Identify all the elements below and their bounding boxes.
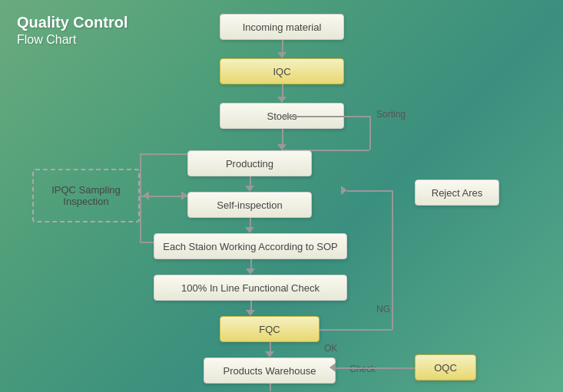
box-oqc: OQC [415, 354, 476, 380]
box-fqc: FQC [220, 316, 320, 342]
label-sorting: Sorting [376, 109, 406, 120]
arrowhead-prod-self [245, 186, 254, 192]
title-block: Quality Control Flow Chart [17, 14, 128, 47]
box-products-warehouse: Products Warehouse [204, 357, 336, 384]
ipqc-h-top [140, 153, 187, 155]
arrowhead-check [330, 363, 336, 372]
box-iqc: IQC [220, 58, 344, 84]
box-sop: Each Staion Working According to SOP [154, 233, 347, 259]
ng-h-top [347, 190, 392, 192]
box-ipqc: IPQC Sampling Inspection [32, 169, 140, 222]
box-functional-check: 100% In Line Functional Check [154, 275, 347, 301]
arrowhead-ipqc-feedback [143, 191, 149, 200]
ng-v-line [392, 190, 393, 329]
title-main: Quality Control [17, 14, 128, 31]
arrowhead-ipqc [181, 191, 187, 200]
arrowhead-sop-func [246, 268, 255, 275]
arrowhead-incoming-iqc [277, 52, 286, 58]
arrowhead-self-sop [245, 227, 254, 233]
ipqc-v-left [140, 153, 141, 242]
arrowhead-ng [341, 186, 347, 195]
box-self-inspection: Self-inspection [187, 192, 312, 218]
box-producting: Producting [187, 150, 312, 176]
arrowhead-func-fqc [246, 310, 255, 316]
box-incoming: Incoming material [220, 14, 344, 40]
label-ok: OK [324, 343, 337, 354]
ipqc-h-bottom [140, 242, 154, 243]
label-ng: NG [376, 304, 390, 315]
ng-h-line [320, 329, 392, 331]
label-check: Check [349, 364, 376, 374]
box-reject: Reject Ares [415, 180, 499, 206]
arrow-pw-ship [270, 384, 271, 391]
arrowhead-fqc-pw [265, 351, 274, 357]
arrow-stocks-producting [282, 129, 283, 146]
check-h-line [336, 367, 415, 369]
title-sub: Flow Chart [17, 33, 128, 47]
arrowhead-iqc-stocks [277, 97, 286, 103]
sort-h-top [282, 116, 370, 117]
sort-v-right [369, 116, 371, 150]
